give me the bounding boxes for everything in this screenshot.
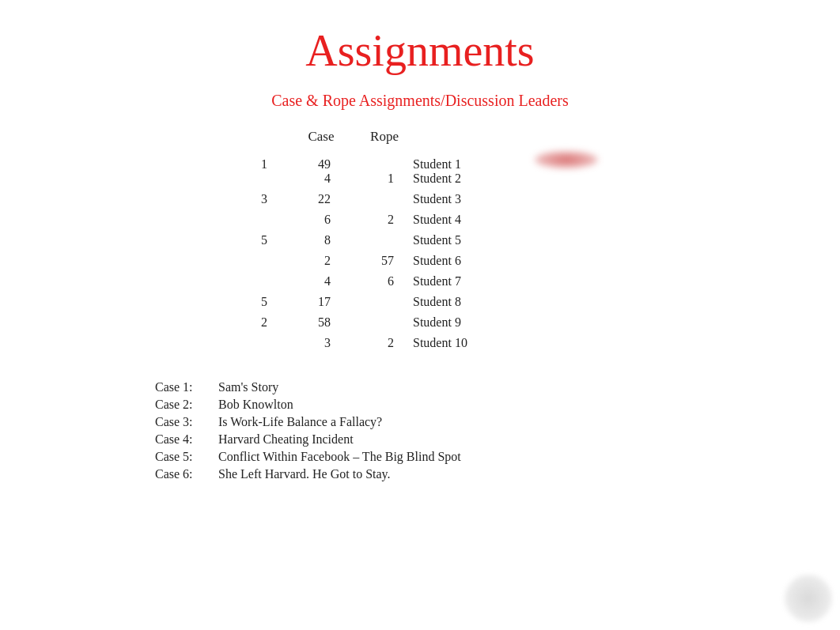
row-student: Student 2 <box>400 172 527 186</box>
assignments-table: Case Rope 149Student 141Student 2322Stud… <box>242 129 598 356</box>
section-subtitle: Case & Rope Assignments/Discussion Leade… <box>0 92 840 110</box>
page-title: Assignments <box>0 0 840 92</box>
row-student: Student 1 <box>400 157 527 172</box>
row-student: Student 3 <box>400 192 527 206</box>
row-case: 58 <box>274 315 337 330</box>
row-student: Student 7 <box>400 274 527 289</box>
cases-list: Case 1:Sam's StoryCase 2:Bob KnowltonCas… <box>0 380 840 481</box>
table-row: 46Student 7 <box>242 274 598 295</box>
row-num: 5 <box>242 295 274 309</box>
row-student: Student 9 <box>400 315 527 330</box>
table-row: 62Student 4 <box>242 213 598 233</box>
row-case: 4 <box>274 274 337 289</box>
row-case: 49 <box>274 157 337 172</box>
table-row: 257Student 6 <box>242 254 598 274</box>
case-description: Bob Knowlton <box>218 398 293 412</box>
redacted-blob <box>535 151 598 168</box>
case-description: She Left Harvard. He Got to Stay. <box>218 467 391 481</box>
assignments-table-wrapper: Case Rope 149Student 141Student 2322Stud… <box>0 129 840 356</box>
row-case: 8 <box>274 233 337 247</box>
row-case: 2 <box>274 254 337 268</box>
case-description: Is Work-Life Balance a Fallacy? <box>218 415 382 429</box>
case-item: Case 2:Bob Knowlton <box>155 398 840 412</box>
col-header-rope: Rope <box>353 129 416 145</box>
col-header-case: Case <box>289 129 353 145</box>
case-item: Case 5:Conflict Within Facebook – The Bi… <box>155 450 840 464</box>
table-row: 517Student 8 <box>242 295 598 315</box>
row-case: 17 <box>274 295 337 309</box>
row-num: 3 <box>242 192 274 206</box>
case-description: Sam's Story <box>218 380 278 394</box>
case-label: Case 1: <box>155 380 218 394</box>
case-label: Case 3: <box>155 415 218 429</box>
case-description: Conflict Within Facebook – The Big Blind… <box>218 450 461 464</box>
table-row: 32Student 10 <box>242 336 598 356</box>
row-num: 1 <box>242 157 274 172</box>
row-student: Student 4 <box>400 213 527 227</box>
table-row: 322Student 3 <box>242 192 598 213</box>
table-row: 58Student 5 <box>242 233 598 254</box>
table-row: 258Student 9 <box>242 315 598 336</box>
row-case: 3 <box>274 336 337 350</box>
table-row: 41Student 2 <box>242 172 598 192</box>
case-label: Case 6: <box>155 467 218 481</box>
row-rope: 57 <box>337 254 400 268</box>
case-label: Case 5: <box>155 450 218 464</box>
col-headers: Case Rope <box>242 129 598 145</box>
row-rope: 2 <box>337 336 400 350</box>
row-num: 2 <box>242 315 274 330</box>
row-rope: 6 <box>337 274 400 289</box>
row-student: Student 10 <box>400 336 527 350</box>
case-item: Case 6:She Left Harvard. He Got to Stay. <box>155 467 840 481</box>
row-rope: 1 <box>337 172 400 186</box>
row-student: Student 6 <box>400 254 527 268</box>
case-label: Case 4: <box>155 432 218 447</box>
case-label: Case 2: <box>155 398 218 412</box>
row-case: 4 <box>274 172 337 186</box>
case-description: Harvard Cheating Incident <box>218 432 354 447</box>
case-item: Case 3:Is Work-Life Balance a Fallacy? <box>155 415 840 429</box>
table-rows: 149Student 141Student 2322Student 362Stu… <box>242 151 598 356</box>
case-item: Case 4:Harvard Cheating Incident <box>155 432 840 447</box>
row-rope: 2 <box>337 213 400 227</box>
case-item: Case 1:Sam's Story <box>155 380 840 394</box>
row-case: 22 <box>274 192 337 206</box>
row-case: 6 <box>274 213 337 227</box>
watermark-decoration <box>785 575 832 622</box>
row-student: Student 8 <box>400 295 527 309</box>
row-num: 5 <box>242 233 274 247</box>
table-row: 149Student 1 <box>242 151 598 172</box>
row-student: Student 5 <box>400 233 527 247</box>
